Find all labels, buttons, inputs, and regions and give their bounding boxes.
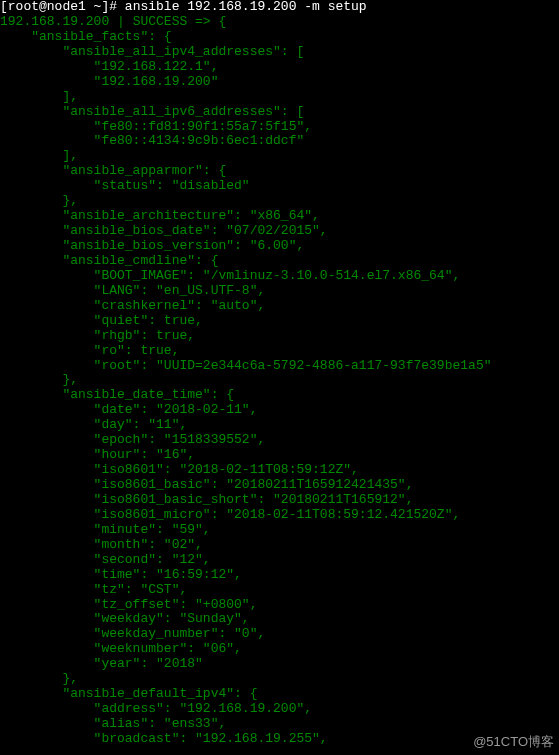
json-line: "ansible_date_time": { [0, 388, 559, 403]
terminal-output: [root@node1 ~]# ansible 192.168.19.200 -… [0, 0, 559, 747]
json-line: "BOOT_IMAGE": "/vmlinuz-3.10.0-514.el7.x… [0, 269, 559, 284]
shell-prompt: [root@node1 ~]# [0, 0, 125, 14]
json-line: "second": "12", [0, 553, 559, 568]
ansible-host: 192.168.19.200 [0, 14, 109, 29]
json-line: "quiet": true, [0, 314, 559, 329]
json-line: "fe80::fd81:90f1:55a7:5f15", [0, 120, 559, 135]
result-brace: { [218, 14, 226, 29]
json-line: "ro": true, [0, 344, 559, 359]
json-line: "ansible_architecture": "x86_64", [0, 209, 559, 224]
json-line: "tz": "CST", [0, 583, 559, 598]
json-line: "month": "02", [0, 538, 559, 553]
json-line: "192.168.19.200" [0, 75, 559, 90]
result-arrow: => [187, 14, 218, 29]
watermark-text: @51CTO博客 [473, 735, 554, 750]
json-line: "fe80::4134:9c9b:6ec1:ddcf" [0, 134, 559, 149]
shell-command: ansible 192.168.19.200 -m setup [125, 0, 367, 14]
json-line: "epoch": "1518339552", [0, 433, 559, 448]
json-line: "tz_offset": "+0800", [0, 598, 559, 613]
json-line: "alias": "ens33", [0, 717, 559, 732]
ansible-status: SUCCESS [133, 14, 188, 29]
result-separator: | [109, 14, 132, 29]
json-line: "192.168.122.1", [0, 60, 559, 75]
json-output: "ansible_facts": { "ansible_all_ipv4_add… [0, 30, 559, 747]
json-line: "ansible_bios_version": "6.00", [0, 239, 559, 254]
json-line: "address": "192.168.19.200", [0, 702, 559, 717]
json-line: "iso8601_basic_short": "20180211T165912"… [0, 493, 559, 508]
json-line: "ansible_apparmor": { [0, 164, 559, 179]
json-line: "iso8601_micro": "2018-02-11T08:59:12.42… [0, 508, 559, 523]
json-line: "iso8601": "2018-02-11T08:59:12Z", [0, 463, 559, 478]
json-line: "ansible_bios_date": "07/02/2015", [0, 224, 559, 239]
json-line: "weeknumber": "06", [0, 642, 559, 657]
json-line: "ansible_facts": { [0, 30, 559, 45]
json-line: "ansible_cmdline": { [0, 254, 559, 269]
json-line: "weekday": "Sunday", [0, 612, 559, 627]
json-line: "status": "disabled" [0, 179, 559, 194]
json-line: }, [0, 373, 559, 388]
json-line: "root": "UUID=2e344c6a-5792-4886-a117-93… [0, 359, 559, 374]
json-line: "ansible_default_ipv4": { [0, 687, 559, 702]
shell-prompt-line: [root@node1 ~]# ansible 192.168.19.200 -… [0, 0, 559, 15]
json-line: "iso8601_basic": "20180211T165912421435"… [0, 478, 559, 493]
json-line: "year": "2018" [0, 657, 559, 672]
json-line: "day": "11", [0, 418, 559, 433]
json-line: "LANG": "en_US.UTF-8", [0, 284, 559, 299]
json-line: "minute": "59", [0, 523, 559, 538]
json-line: "ansible_all_ipv4_addresses": [ [0, 45, 559, 60]
json-line: "hour": "16", [0, 448, 559, 463]
json-line: ], [0, 149, 559, 164]
json-line: "rhgb": true, [0, 329, 559, 344]
json-line: "date": "2018-02-11", [0, 403, 559, 418]
json-line: }, [0, 194, 559, 209]
json-line: "time": "16:59:12", [0, 568, 559, 583]
json-line: }, [0, 672, 559, 687]
json-line: "ansible_all_ipv6_addresses": [ [0, 105, 559, 120]
ansible-result-header: 192.168.19.200 | SUCCESS => { [0, 15, 559, 30]
json-line: "crashkernel": "auto", [0, 299, 559, 314]
json-line: "weekday_number": "0", [0, 627, 559, 642]
json-line: ], [0, 90, 559, 105]
